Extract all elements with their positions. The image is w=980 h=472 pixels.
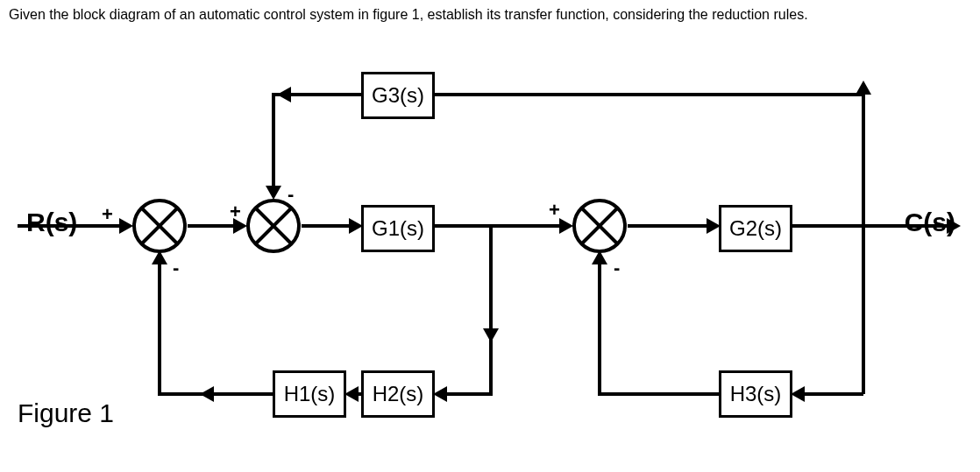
summing-junction-1 <box>131 198 188 254</box>
wire <box>18 224 123 228</box>
sign-minus: - <box>288 185 294 204</box>
wire <box>792 224 955 228</box>
arrow-right-icon <box>349 218 363 234</box>
summing-junction-2 <box>245 198 302 254</box>
input-label: R(s) <box>26 208 77 237</box>
arrow-right-icon <box>707 218 721 234</box>
arrow-left-icon <box>200 386 214 402</box>
wire <box>435 224 563 228</box>
sign-minus: - <box>614 258 620 278</box>
sign-plus: + <box>549 201 560 220</box>
wire <box>158 263 161 396</box>
block-h2: H2(s) <box>361 370 435 418</box>
arrow-up-icon <box>592 250 607 264</box>
arrow-left-icon <box>791 386 805 402</box>
block-g1: G1(s) <box>361 205 435 252</box>
arrow-left-icon <box>344 386 359 402</box>
arrow-up-icon <box>152 250 167 264</box>
wire <box>805 392 863 396</box>
wire <box>447 392 493 396</box>
wire <box>862 93 865 228</box>
wire <box>272 93 275 189</box>
arrow-down-icon <box>266 186 281 200</box>
arrow-right-icon <box>559 218 573 234</box>
block-diagram: R(s) C(s) Figure 1 + - + - + - G3(s) G1(… <box>0 0 980 472</box>
arrow-right-icon <box>947 218 961 234</box>
sign-minus: - <box>173 258 179 278</box>
sign-plus: + <box>102 205 113 224</box>
arrow-left-icon <box>433 386 447 402</box>
wire <box>862 224 865 394</box>
block-h1: H1(s) <box>273 370 346 418</box>
arrow-down-icon <box>483 328 499 342</box>
wire <box>598 392 719 396</box>
arrow-right-icon <box>119 218 133 234</box>
block-h3: H3(s) <box>719 370 792 418</box>
wire <box>628 224 710 228</box>
wire <box>435 93 865 96</box>
summing-junction-3 <box>572 198 628 254</box>
figure-caption: Figure 1 <box>18 398 114 428</box>
wire <box>489 224 493 394</box>
arrow-right-icon <box>233 218 247 234</box>
arrow-left-icon <box>277 87 291 102</box>
block-g2: G2(s) <box>719 205 792 252</box>
wire <box>158 392 273 396</box>
wire <box>302 224 352 228</box>
wire <box>188 224 237 228</box>
block-g3: G3(s) <box>361 72 435 119</box>
wire <box>598 263 601 396</box>
